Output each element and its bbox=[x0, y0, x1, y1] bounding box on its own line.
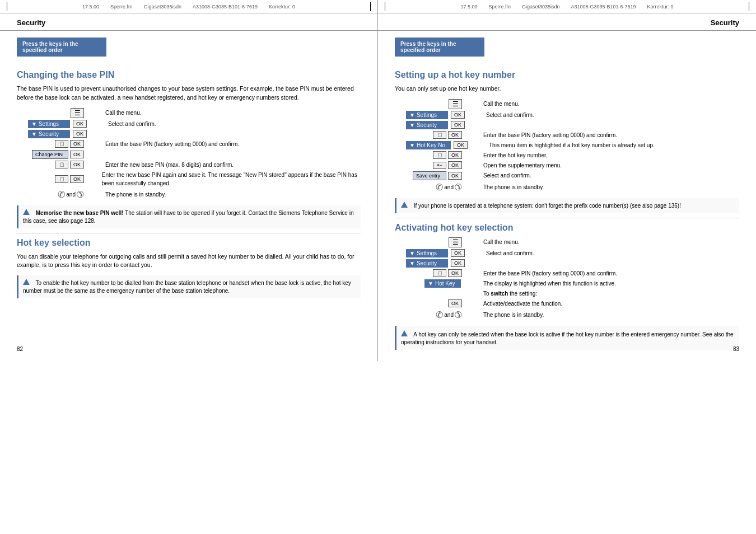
note-memorise: Memorise the new base PIN well! The stat… bbox=[17, 205, 361, 228]
a-step-standby: The phone is in standby. bbox=[483, 311, 544, 319]
a-step-switch: To switch the setting: bbox=[483, 289, 537, 298]
step-keypad3: ⎕ OK Enter the new base PIN again and sa… bbox=[28, 171, 361, 188]
step-a-menu-icon: ☰ Call the menu. bbox=[406, 237, 739, 247]
right-product: Gigaset3035isdn bbox=[522, 4, 560, 10]
a-phone-icon2: ✆ bbox=[455, 310, 462, 320]
left-version: 17.5.00 bbox=[82, 4, 99, 10]
r-phone-icon1: ✆ bbox=[436, 182, 443, 193]
left-product: Gigaset3035isdn bbox=[143, 4, 181, 10]
r-and-label: and bbox=[444, 184, 454, 190]
step-settings: ▼ Settings OK Select and confirm. bbox=[28, 120, 361, 128]
change-pin-item: Change PIN bbox=[32, 150, 68, 159]
hotkey-body-text: You can disable your telephone for outgo… bbox=[17, 252, 361, 270]
r-step-call-menu: Call the menu. bbox=[483, 100, 519, 108]
keypad-icon2: ⎕ bbox=[55, 161, 68, 168]
settings-ok: OK bbox=[73, 120, 87, 128]
right-content: Press the keys in the specified order Se… bbox=[378, 31, 756, 361]
right-page-number: 83 bbox=[733, 346, 739, 352]
note-hotkey-text: To enable the hot key number to be diall… bbox=[23, 280, 351, 294]
menu-icon-btn: ☰ bbox=[71, 108, 84, 118]
settings-label: Settings bbox=[39, 121, 59, 127]
step-r-settings: ▼ Settings OK Select and confirm. bbox=[406, 111, 739, 119]
right-header-info: 17.5.00 Sperre.fm Gigaset3035isdn A31008… bbox=[460, 4, 673, 10]
right-margin-mark-right bbox=[749, 2, 749, 11]
section-heading-hotkey: Hot key selection bbox=[17, 238, 361, 248]
r-step-hotkey-no: This menu item is highlighted if a hot k… bbox=[489, 141, 655, 149]
step-a-hotkey: ▼ Hot Key The display is highlighted whe… bbox=[406, 279, 739, 288]
a-hotkey-item: ▼ Hot Key bbox=[424, 279, 461, 288]
left-page: 17.5.00 Sperre.fm Gigaset3035isdn A31008… bbox=[0, 0, 378, 361]
note-prefix: If your phone is operated at a telephone… bbox=[395, 198, 739, 213]
r-save-entry-item: Save entry bbox=[413, 171, 446, 180]
right-article: A31008-G3035-B101-6-7619 bbox=[571, 4, 636, 10]
step-select-confirm: Select and confirm. bbox=[108, 120, 156, 128]
step-a-keypad1: ⎕ OK Enter the base PIN (factory setting… bbox=[406, 269, 739, 278]
r-phone-icon2: ✆ bbox=[455, 182, 462, 193]
a-keypad1: ⎕ bbox=[433, 269, 446, 277]
step-r-save-entry: Save entry OK Select and confirm. bbox=[406, 171, 739, 180]
section-activate-hotkey: Activating hot key selection ☰ Call the … bbox=[395, 223, 739, 350]
left-filename: Sperre.fm bbox=[110, 4, 133, 10]
security-label: Security bbox=[39, 131, 59, 137]
r-hotkey-no-ok: OK bbox=[454, 141, 468, 149]
right-version: 17.5.00 bbox=[460, 4, 477, 10]
r-keypad2-ok: OK bbox=[448, 151, 462, 159]
right-filename: Sperre.fm bbox=[488, 4, 511, 10]
keypad3-ok: OK bbox=[70, 175, 84, 183]
left-page-title: Security bbox=[0, 14, 377, 31]
r-step-enter-pin: Enter the base PIN (factory setting 0000… bbox=[483, 131, 617, 139]
step-a-ok-only: OK Activate/deactivate the function. bbox=[406, 299, 739, 308]
step-a-settings: ▼ Settings OK Select and confirm. bbox=[406, 249, 739, 257]
step-a-and: ✆ and ✆ The phone is in standby. bbox=[406, 310, 739, 320]
left-header-info: 17.5.00 Sperre.fm Gigaset3035isdn A31008… bbox=[82, 4, 295, 10]
a-step-call-menu: Call the menu. bbox=[483, 238, 519, 246]
key-instruction-line1: Press the keys in the bbox=[22, 41, 101, 47]
hotkey-lock-triangle-icon bbox=[401, 330, 408, 336]
step-keypad2: ⎕ OK Enter the new base PIN (max. 8 digi… bbox=[28, 161, 361, 169]
r-supp-menu-icon: ≡+ bbox=[433, 162, 446, 169]
r-step-enter-hotkey-num: Enter the hot key number. bbox=[483, 151, 548, 160]
right-key-instruction-line1: Press the keys in the bbox=[400, 41, 479, 47]
activate-hotkey-steps: ☰ Call the menu. ▼ Settings OK bbox=[406, 237, 739, 320]
step-a-security: ▼ Security OK bbox=[406, 259, 739, 268]
section-heading-setup-hotkey: Setting up a hot key number bbox=[395, 70, 739, 80]
r-supp-ok: OK bbox=[448, 161, 462, 169]
right-header: 17.5.00 Sperre.fm Gigaset3035isdn A31008… bbox=[378, 0, 756, 14]
r-step-save: Select and confirm. bbox=[483, 171, 531, 180]
step-a-switch-text: To switch the setting: bbox=[406, 289, 739, 298]
step-keypad1: ⎕ OK Enter the base PIN (factory setting… bbox=[28, 140, 361, 148]
a-security-ok: OK bbox=[451, 259, 465, 267]
security-ok: OK bbox=[73, 130, 87, 138]
a-step-display-hotkey: The display is highlighted when this fun… bbox=[483, 279, 616, 288]
right-page: 17.5.00 Sperre.fm Gigaset3035isdn A31008… bbox=[378, 0, 756, 361]
r-step-open-supp: Open the supplementary menu. bbox=[483, 161, 562, 170]
note-memorise-text: Memorise the new base PIN well! The stat… bbox=[23, 210, 354, 224]
left-margin-mark-right bbox=[370, 2, 371, 11]
a-step-activate: Activate/deactivate the function. bbox=[483, 299, 562, 308]
keypad-icon3: ⎕ bbox=[55, 175, 68, 183]
r-security-ok: OK bbox=[451, 121, 465, 129]
step-change-pin: Change PIN OK bbox=[28, 150, 361, 159]
setup-hotkey-steps: ☰ Call the menu. ▼ Settings OK bbox=[406, 99, 739, 193]
section-divider-left bbox=[17, 233, 361, 233]
phone-icon-pin2: ✆ bbox=[77, 189, 84, 200]
step-and-pin: ✆ and ✆ The phone is in standby. bbox=[28, 189, 361, 200]
a-ok-btn: OK bbox=[448, 299, 462, 307]
r-step-standby: The phone is in standby. bbox=[483, 183, 544, 191]
note-hotkey-lock: A hot key can only be selected when the … bbox=[395, 326, 739, 350]
right-page-title: Security bbox=[378, 14, 756, 31]
pin-steps: ☰ Call the menu. ▼ Settings OK bbox=[28, 108, 361, 200]
keypad1-ok: OK bbox=[70, 140, 84, 148]
step-r-and: ✆ and ✆ The phone is in standby. bbox=[406, 182, 739, 193]
left-key-instruction: Press the keys in the specified order bbox=[17, 38, 106, 57]
step-menu-icon: ☰ Call the menu. bbox=[28, 108, 361, 118]
left-article: A31008-G3035-B101-6-7619 bbox=[193, 4, 258, 10]
step-call-menu: Call the menu. bbox=[105, 109, 141, 117]
section-divider-right bbox=[395, 218, 739, 218]
r-step-select-confirm: Select and confirm. bbox=[486, 111, 534, 119]
section-changing-pin: Changing the base PIN The base PIN is us… bbox=[17, 70, 361, 228]
step-r-supp-menu: ≡+ OK Open the supplementary menu. bbox=[406, 161, 739, 170]
left-revision: Korrektur: 0 bbox=[269, 4, 295, 10]
note-prefix-text: If your phone is operated at a telephone… bbox=[414, 203, 681, 209]
keypad2-ok: OK bbox=[70, 161, 84, 168]
